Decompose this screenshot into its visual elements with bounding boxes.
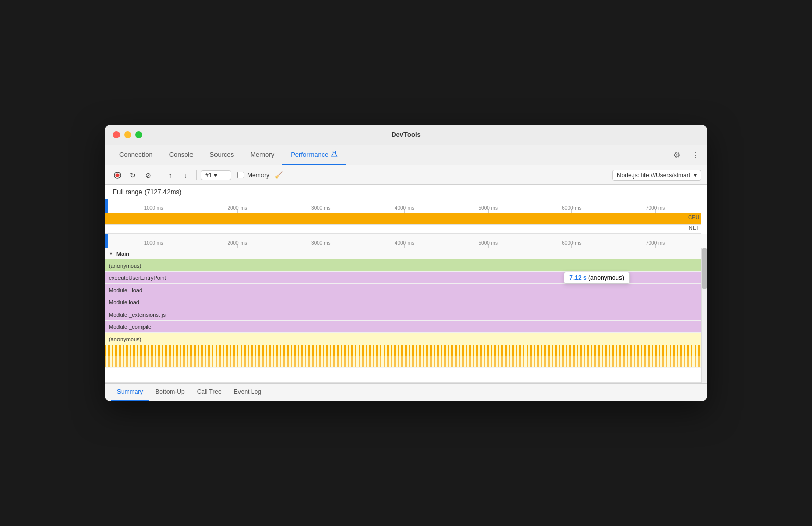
record-button[interactable] xyxy=(111,169,124,182)
tick-2000ms: 2000 ms xyxy=(196,205,279,213)
flame-bar-anonymous1 xyxy=(105,259,701,271)
titlebar: DevTools xyxy=(105,125,707,145)
tick2-4000ms: 4000 ms xyxy=(363,240,446,248)
flame-row-execute[interactable]: executeUserEntryPoint 7.12 s (anonymous) xyxy=(105,272,701,284)
reload-button[interactable]: ↻ xyxy=(126,169,139,182)
memory-label: Memory xyxy=(247,172,269,179)
window-title: DevTools xyxy=(391,131,421,138)
timeline-container: Full range (7127.42ms) 1000 ms 2000 ms 3… xyxy=(105,185,707,383)
flame-label-execute: executeUserEntryPoint xyxy=(105,275,166,281)
settings-icon[interactable]: ⚙ xyxy=(671,149,683,161)
flame-bar-anonymous2 xyxy=(105,333,701,345)
range-label: Full range (7127.42ms) xyxy=(105,185,707,199)
striped-row-1 xyxy=(105,345,701,356)
tab-bottomup[interactable]: Bottom-Up xyxy=(149,383,190,401)
cpu-bar: CPU xyxy=(105,213,701,225)
scrollbar-thumb[interactable] xyxy=(702,248,707,289)
timeline-ruler-top: 1000 ms 2000 ms 3000 ms 4000 ms 5000 ms … xyxy=(105,199,707,213)
collapse-triangle-icon[interactable]: ▼ xyxy=(109,251,113,256)
tab-performance[interactable]: Performance xyxy=(282,145,345,165)
empty-row xyxy=(105,368,701,383)
svg-point-2 xyxy=(116,173,120,177)
download-button[interactable]: ↓ xyxy=(179,169,192,182)
tick2-2000ms: 2000 ms xyxy=(196,240,279,248)
tooltip-time: 7.12 s xyxy=(569,274,586,281)
bottom-tabbar: Summary Bottom-Up Call Tree Event Log xyxy=(105,383,707,401)
divider1 xyxy=(159,170,159,180)
net-bar: NET xyxy=(105,225,701,234)
flame-bar-extensions xyxy=(105,308,701,320)
tick-5000ms: 5000 ms xyxy=(446,205,530,213)
tick2-6000ms: 6000 ms xyxy=(530,240,614,248)
flame-label-anonymous1: (anonymous) xyxy=(105,262,161,269)
cpu-label: CPU xyxy=(688,214,699,220)
tick-6000ms: 6000 ms xyxy=(530,205,614,213)
node-dropdown-icon: ▾ xyxy=(694,172,697,179)
flame-label-anonymous2: (anonymous) xyxy=(105,336,161,342)
tab-summary[interactable]: Summary xyxy=(111,383,149,401)
section-title: Main xyxy=(116,251,129,257)
more-options-icon[interactable]: ⋮ xyxy=(689,149,701,161)
flame-bar-compile xyxy=(105,321,701,332)
flame-row-anonymous1[interactable]: (anonymous) xyxy=(105,259,701,272)
tick2-1000ms: 1000 ms xyxy=(112,240,196,248)
tab-icons: ⚙ ⋮ xyxy=(671,149,701,161)
node-selector[interactable]: Node.js: file:///Users/stmart ▾ xyxy=(612,170,701,181)
divider2 xyxy=(196,170,197,180)
tab-console[interactable]: Console xyxy=(161,145,202,165)
striped-row-2 xyxy=(105,356,701,368)
devtools-window: DevTools Connection Console Sources Memo… xyxy=(105,125,707,401)
tab-eventlog[interactable]: Event Log xyxy=(228,383,268,401)
node-selector-label: Node.js: file:///Users/stmart xyxy=(617,172,690,179)
flame-chart: ▼ Main (anonymous) executeUserEntryPoint… xyxy=(105,248,701,383)
tick2-7000ms: 7000 ms xyxy=(613,240,697,248)
flame-row-anonymous2[interactable]: (anonymous) xyxy=(105,333,701,345)
maximize-button[interactable] xyxy=(135,131,142,138)
close-button[interactable] xyxy=(113,131,120,138)
broom-icon[interactable]: 🧹 xyxy=(272,169,285,182)
section-header-main: ▼ Main xyxy=(105,248,701,259)
flame-label-compile: Module._compile xyxy=(105,324,161,330)
flame-label-load: Module.load xyxy=(105,299,161,305)
timeline-ruler-bottom: 1000 ms 2000 ms 3000 ms 4000 ms 5000 ms … xyxy=(105,234,707,248)
flame-label-extensions: Module._extensions..js xyxy=(105,312,166,318)
dropdown-arrow-icon: ▾ xyxy=(214,172,217,179)
tab-connection[interactable]: Connection xyxy=(111,145,161,165)
tab-bar: Connection Console Sources Memory Perfor… xyxy=(105,145,707,165)
traffic-lights xyxy=(113,131,142,138)
tick2-3000ms: 3000 ms xyxy=(279,240,363,248)
flame-bar-load xyxy=(105,296,701,308)
tick-3000ms: 3000 ms xyxy=(279,205,363,213)
tab-calltree[interactable]: Call Tree xyxy=(191,383,228,401)
tick-1000ms: 1000 ms xyxy=(112,205,196,213)
flame-chart-scroll-area: ▼ Main (anonymous) executeUserEntryPoint… xyxy=(105,248,707,383)
scrollbar-track[interactable] xyxy=(701,248,707,383)
flame-row-load[interactable]: Module.load xyxy=(105,296,701,308)
net-label: NET xyxy=(689,225,699,231)
flame-bar-moduleload xyxy=(105,284,701,296)
memory-checkbox-area: Memory 🧹 xyxy=(237,169,285,182)
flame-row-extensions[interactable]: Module._extensions..js xyxy=(105,308,701,321)
tick-4000ms: 4000 ms xyxy=(363,205,446,213)
tick-7000ms: 7000 ms xyxy=(613,205,697,213)
flame-row-moduleload[interactable]: Module._load xyxy=(105,284,701,296)
tick2-5000ms: 5000 ms xyxy=(446,240,530,248)
flask-icon xyxy=(331,151,338,159)
toolbar: ↻ ⊘ ↑ ↓ #1 ▾ Memory 🧹 Node.js: file:///U… xyxy=(105,165,707,185)
tooltip-function: (anonymous) xyxy=(588,274,624,281)
flame-label-moduleload: Module._load xyxy=(105,287,161,293)
flame-row-compile[interactable]: Module._compile xyxy=(105,321,701,333)
tab-memory[interactable]: Memory xyxy=(242,145,282,165)
tab-sources[interactable]: Sources xyxy=(201,145,242,165)
ruler2-left-indicator xyxy=(105,234,108,248)
upload-button[interactable]: ↑ xyxy=(163,169,177,182)
flame-tooltip: 7.12 s (anonymous) xyxy=(564,272,630,284)
ruler-left-indicator xyxy=(105,199,108,213)
minimize-button[interactable] xyxy=(124,131,131,138)
recording-selector[interactable]: #1 ▾ xyxy=(201,170,231,180)
clear-button[interactable]: ⊘ xyxy=(141,169,155,182)
memory-checkbox[interactable] xyxy=(237,172,244,178)
